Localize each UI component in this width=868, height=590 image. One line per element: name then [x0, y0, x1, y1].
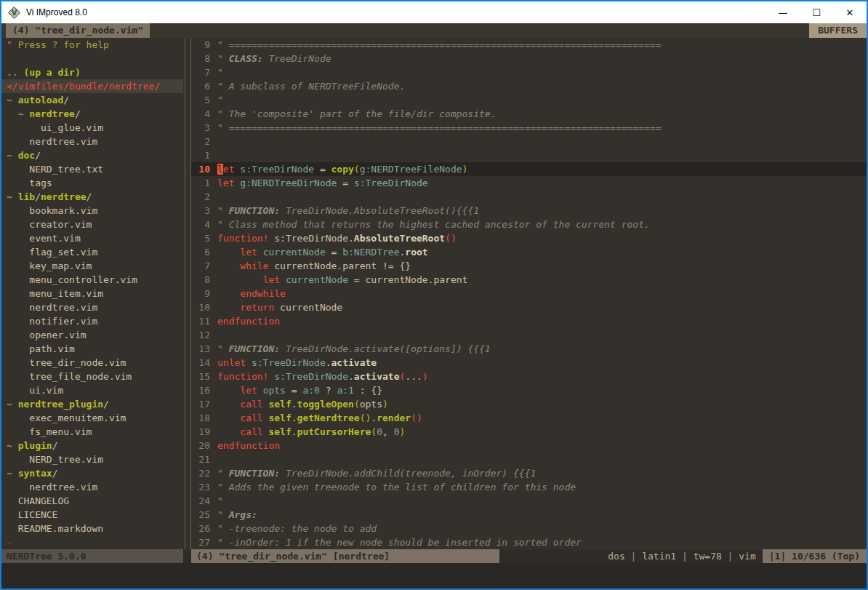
code-line[interactable]: 21 — [191, 453, 867, 466]
window-separator[interactable] — [185, 38, 191, 549]
code-line[interactable]: 4" Class method that returns the highest… — [191, 218, 867, 231]
code-line[interactable]: 26" -treenode: the node to add — [191, 522, 867, 535]
maximize-button[interactable]: ☐ — [800, 1, 833, 23]
tree-item[interactable]: LICENCE — [1, 508, 183, 522]
code-line[interactable]: 4" The 'composite' part of the file/dir … — [191, 107, 867, 121]
tree-item[interactable]: ~ lib/nerdtree/ — [1, 190, 183, 204]
tree-item[interactable]: ui_glue.vim — [1, 121, 183, 135]
code-line[interactable]: 7 while currentNode.parent != {} — [191, 259, 867, 273]
tree-item[interactable]: key_map.vim — [1, 259, 183, 273]
minimize-button[interactable]: — — [766, 1, 800, 23]
tree-item[interactable]: README.markdown — [1, 522, 183, 535]
code-line[interactable]: 2 — [191, 190, 867, 204]
code-line[interactable]: 1let g:NERDTreeDirNode = s:TreeDirNode — [191, 176, 867, 190]
textwidth-value: tw=78 — [694, 551, 722, 562]
code-line[interactable]: 9 endwhile — [191, 287, 867, 300]
tree-item[interactable]: ui.vim — [1, 383, 183, 397]
tree-item-root[interactable]: </vimfiles/bundle/nerdtree/ — [1, 79, 183, 93]
tree-item[interactable]: menu_item.vim — [1, 287, 183, 300]
syntax-segment: currentNode — [274, 302, 342, 313]
code-line[interactable]: 8" CLASS: TreeDirNode — [191, 52, 867, 65]
tree-item[interactable]: nerdtree.vim — [1, 480, 183, 494]
syntax-segment: self — [268, 399, 291, 410]
syntax-segment: self — [268, 426, 291, 437]
tree-item[interactable]: CHANGELOG — [1, 494, 183, 508]
code-line[interactable]: 13" FUNCTION: TreeDirNode.activate([opti… — [191, 342, 867, 356]
tree-item[interactable]: flag_set.vim — [1, 245, 183, 259]
syntax-segment: ~ — [7, 537, 12, 548]
syntax-segment: TreeDirNode.activate([options]) {{{1 — [280, 343, 491, 354]
syntax-segment: ~ — [7, 191, 18, 202]
code-line[interactable]: 10 return currentNode — [191, 300, 867, 314]
tree-item[interactable]: tags — [1, 176, 183, 190]
tree-item[interactable]: ~ syntax/ — [1, 466, 183, 480]
tree-item[interactable]: nerdtree.vim — [1, 135, 183, 148]
line-number: 25 — [191, 508, 210, 522]
tree-item[interactable]: event.vim — [1, 231, 183, 245]
code-line[interactable]: 6" A subclass of NERDTreeFileNode. — [191, 79, 867, 93]
tree-item[interactable]: fs_menu.vim — [1, 425, 183, 439]
code-line[interactable]: 27" -inOrder: 1 if the new node should b… — [191, 535, 867, 549]
tree-item[interactable]: ~ plugin/ — [1, 439, 183, 453]
tree-item[interactable]: .. (up a dir) — [1, 65, 183, 79]
code-line[interactable]: 23" Adds the given treenode to the list … — [191, 480, 867, 494]
code-line[interactable]: 6 let currentNode = b:NERDTree.root — [191, 245, 867, 259]
tree-item[interactable]: " Press ? for help — [1, 38, 183, 52]
command-line[interactable] — [1, 563, 867, 589]
code-line[interactable]: 22" FUNCTION: TreeDirNode.addChild(treen… — [191, 466, 867, 480]
syntax-segment: / — [52, 468, 58, 479]
syntax-segment: opener.vim — [7, 330, 87, 340]
code-line[interactable]: 7" — [191, 65, 867, 79]
code-line[interactable]: 24" — [191, 494, 867, 508]
code-line[interactable]: 20endfunction — [191, 439, 867, 453]
code-line[interactable]: 18 call self.getNerdtree().render() — [191, 411, 867, 425]
code-line[interactable]: 16 let opts = a:0 ? a:1 : {} — [191, 383, 867, 397]
syntax-segment: LICENCE — [7, 509, 57, 520]
tree-item[interactable]: ~ doc/ — [1, 148, 183, 162]
code-line[interactable]: 5function! s:TreeDirNode.AbsoluteTreeRoo… — [191, 231, 867, 245]
tree-item[interactable]: exec_menuitem.vim — [1, 411, 183, 425]
tree-item[interactable]: menu_controller.vim — [1, 273, 183, 287]
code-line[interactable]: 11endfunction — [191, 314, 867, 328]
tree-item[interactable]: opener.vim — [1, 328, 183, 342]
tree-item[interactable]: tree_file_node.vim — [1, 370, 183, 383]
tree-item[interactable]: NERD_tree.vim — [1, 453, 183, 466]
code-line[interactable]: 14unlet s:TreeDirNode.activate — [191, 356, 867, 370]
syntax-segment: CHANGELOG — [7, 495, 69, 506]
tree-item[interactable]: path.vim — [1, 342, 183, 356]
tree-item[interactable]: ~ nerdtree/ — [1, 107, 183, 121]
tree-item[interactable]: tree_dir_node.vim — [1, 356, 183, 370]
syntax-segment: et — [223, 164, 235, 175]
syntax-segment: " Adds the given treenode to the list of… — [217, 482, 576, 493]
tree-item[interactable]: nerdtree.vim — [1, 300, 183, 314]
code-line[interactable]: 5" — [191, 93, 867, 107]
tree-item[interactable]: ~ autoload/ — [1, 93, 183, 107]
syntax-segment: FUNCTION: — [229, 468, 280, 479]
code-line[interactable]: 2 — [191, 135, 867, 148]
code-line[interactable]: 8 let currentNode = currentNode.parent — [191, 273, 867, 287]
tree-item[interactable]: NERD_tree.txt — [1, 162, 183, 176]
syntax-segment: menu_controller.vim — [7, 274, 137, 285]
code-line[interactable]: 12 — [191, 328, 867, 342]
code-line[interactable]: 15function! s:TreeDirNode.activate(...) — [191, 370, 867, 383]
tree-item[interactable]: ~ nerdtree_plugin/ — [1, 397, 183, 411]
code-line[interactable]: 17 call self.toggleOpen(opts) — [191, 397, 867, 411]
code-line[interactable]: 25" Args: — [191, 508, 867, 522]
syntax-segment: ... — [405, 371, 422, 382]
code-line[interactable]: 10let s:TreeDirNode = copy(g:NERDTreeFil… — [191, 162, 867, 176]
tree-item[interactable]: creator.vim — [1, 218, 183, 231]
tree-item[interactable]: ~ — [1, 535, 183, 549]
code-line[interactable]: 3" =====================================… — [191, 121, 867, 135]
syntax-segment: event.vim — [7, 233, 81, 244]
syntax-segment: ~ — [18, 108, 30, 119]
tree-item[interactable]: bookmark.vim — [1, 204, 183, 218]
code-line[interactable]: 1 — [191, 148, 867, 162]
code-line[interactable]: 19 call self.putCursorHere(0, 0) — [191, 425, 867, 439]
tab-buffers-label[interactable]: BUFFERS — [809, 23, 867, 38]
code-line[interactable]: 3" FUNCTION: TreeDirNode.AbsoluteTreeRoo… — [191, 204, 867, 218]
tab-active-buffer[interactable]: (4) "tree_dir_node.vim" — [6, 23, 150, 38]
code-line[interactable]: 9" =====================================… — [191, 38, 867, 52]
close-button[interactable]: ✕ — [833, 1, 867, 23]
line-number: 4 — [191, 218, 210, 231]
tree-item[interactable]: notifier.vim — [1, 314, 183, 328]
